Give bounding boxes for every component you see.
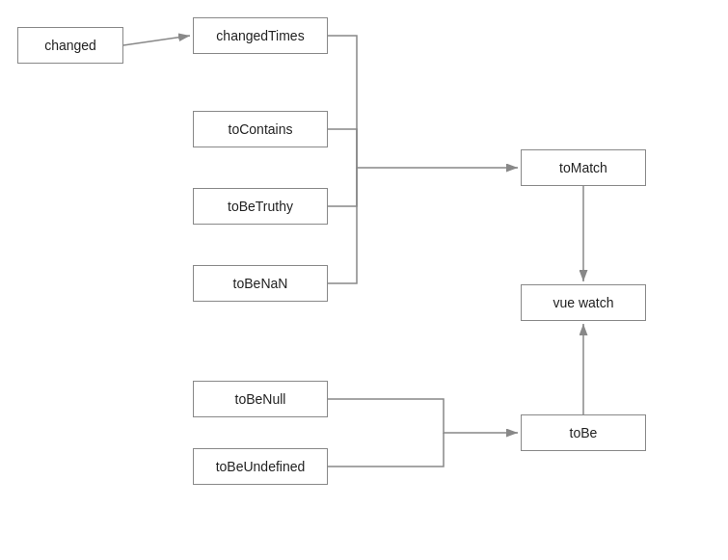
node-toBeNaN: toBeNaN	[193, 265, 328, 302]
node-vueWatch: vue watch	[521, 284, 646, 321]
node-toMatch: toMatch	[521, 149, 646, 186]
arrows-svg	[0, 0, 728, 560]
node-toBeNull: toBeNull	[193, 381, 328, 417]
node-toBeTruthy: toBeTruthy	[193, 188, 328, 225]
svg-line-0	[123, 36, 190, 45]
node-changedTimes: changedTimes	[193, 17, 328, 54]
node-toContains: toContains	[193, 111, 328, 147]
node-toBe: toBe	[521, 414, 646, 451]
node-changed: changed	[17, 27, 123, 64]
node-toBeUndefined: toBeUndefined	[193, 448, 328, 485]
diagram: changed changedTimes toContains toBeTrut…	[0, 0, 728, 560]
